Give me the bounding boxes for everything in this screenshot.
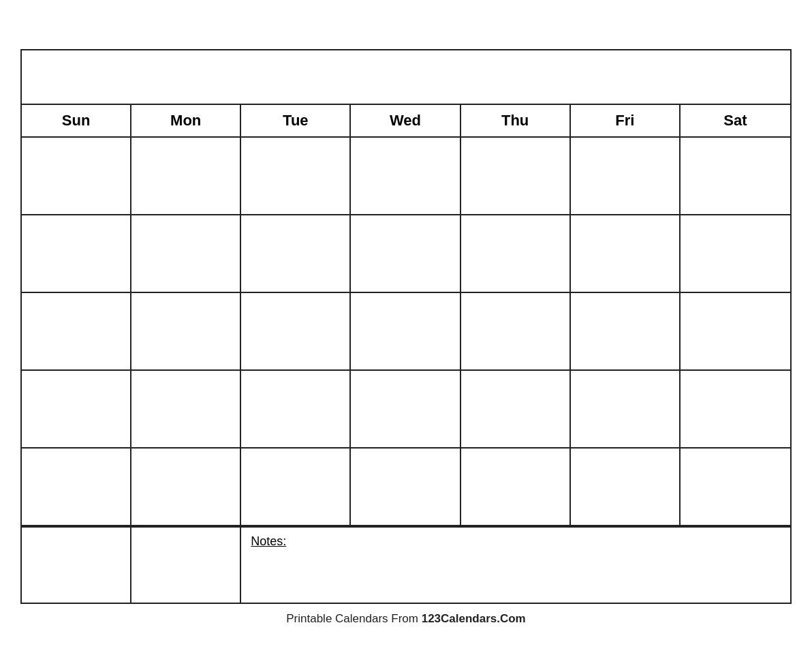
cell-r3c5 [461, 293, 571, 369]
calendar-grid: Notes: [22, 138, 790, 603]
header-wed: Wed [351, 105, 460, 136]
cell-r5c4 [351, 449, 460, 525]
cell-r4c3 [241, 371, 351, 447]
header-tue: Tue [241, 105, 351, 136]
header-fri: Fri [571, 105, 681, 136]
cell-r4c7 [681, 371, 790, 447]
cell-r2c3 [241, 215, 351, 292]
cell-r5c2 [131, 449, 241, 525]
footer: Printable Calendars From 123Calendars.Co… [286, 612, 526, 626]
notes-content: Notes: [241, 528, 790, 603]
cell-r1c7 [681, 138, 790, 214]
cell-r1c1 [22, 138, 131, 214]
cell-r3c2 [131, 293, 241, 369]
cell-r1c2 [131, 138, 241, 214]
cell-r4c5 [461, 371, 571, 447]
calendar-wrapper: Sun Mon Tue Wed Thu Fri Sat [20, 49, 792, 626]
cell-r5c7 [681, 449, 790, 525]
cell-r1c3 [241, 138, 351, 214]
cell-r2c6 [571, 215, 681, 292]
cell-r2c7 [681, 215, 790, 292]
cell-r3c4 [351, 293, 460, 369]
cell-r4c6 [571, 371, 681, 447]
footer-text-before: Printable Calendars From [286, 612, 421, 625]
notes-label: Notes: [251, 534, 286, 548]
cell-r2c4 [351, 215, 460, 292]
cell-r5c5 [461, 449, 571, 525]
calendar-row-3 [22, 293, 790, 371]
cell-r5c6 [571, 449, 681, 525]
notes-cell-empty-2 [131, 528, 241, 603]
calendar-row-2 [22, 215, 790, 293]
cell-r4c1 [22, 371, 131, 447]
calendar-container: Sun Mon Tue Wed Thu Fri Sat [20, 49, 792, 604]
cell-r1c5 [461, 138, 571, 214]
calendar-header-row: Sun Mon Tue Wed Thu Fri Sat [22, 105, 790, 138]
notes-row: Notes: [22, 526, 790, 603]
cell-r3c3 [241, 293, 351, 369]
cell-r3c6 [571, 293, 681, 369]
header-thu: Thu [461, 105, 571, 136]
cell-r2c5 [461, 215, 571, 292]
calendar-row-5 [22, 449, 790, 526]
cell-r4c2 [131, 371, 241, 447]
cell-r3c7 [681, 293, 790, 369]
cell-r5c1 [22, 449, 131, 525]
cell-r1c6 [571, 138, 681, 214]
notes-cell-empty-1 [22, 528, 131, 603]
cell-r2c2 [131, 215, 241, 292]
footer-brand: 123Calendars.Com [422, 612, 526, 625]
calendar-row-1 [22, 138, 790, 215]
cell-r3c1 [22, 293, 131, 369]
header-mon: Mon [131, 105, 241, 136]
cell-r5c3 [241, 449, 351, 525]
header-sat: Sat [681, 105, 790, 136]
cell-r1c4 [351, 138, 460, 214]
calendar-title-row [22, 50, 790, 105]
cell-r2c1 [22, 215, 131, 292]
header-sun: Sun [22, 105, 131, 136]
cell-r4c4 [351, 371, 460, 447]
calendar-row-4 [22, 371, 790, 449]
